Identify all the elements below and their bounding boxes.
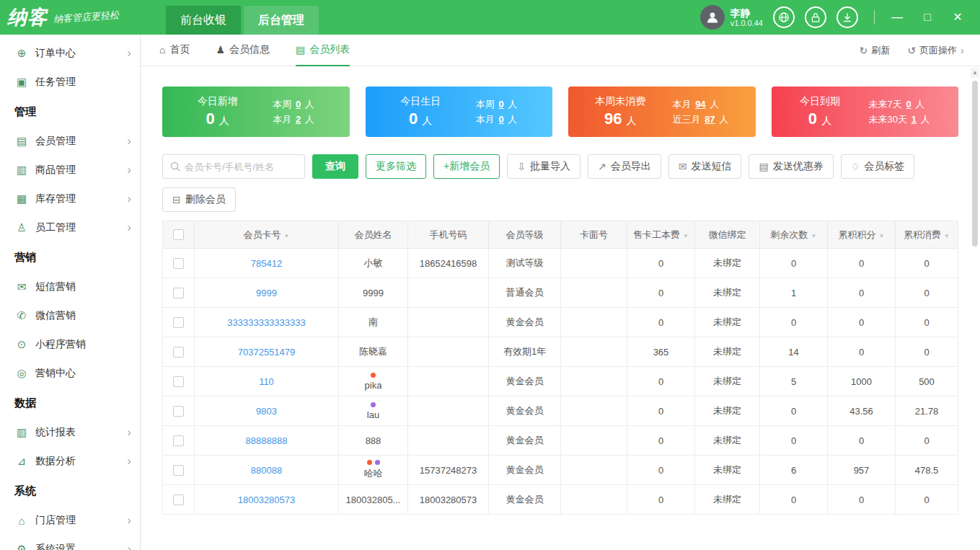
sidebar-item[interactable]: ⊙小程序营销 bbox=[0, 330, 140, 359]
batch-import-button[interactable]: ⇩批量导入 bbox=[507, 154, 581, 179]
cell-card_face bbox=[561, 456, 627, 485]
stat-card-subvalue[interactable]: 2 bbox=[296, 114, 301, 125]
row-checkbox[interactable] bbox=[173, 347, 184, 358]
member-card-link[interactable]: 88888888 bbox=[246, 435, 288, 446]
stat-card-subvalue[interactable]: 0 bbox=[296, 99, 301, 110]
delete-member-button[interactable]: ⊟ 删除会员 bbox=[162, 187, 236, 212]
tag-dot-icon bbox=[371, 402, 376, 407]
sidebar-item[interactable]: ✆微信营销 bbox=[0, 301, 140, 330]
sidebar-item[interactable]: ◎营销中心 bbox=[0, 359, 140, 388]
column-header[interactable]: 累积积分▼ bbox=[828, 221, 896, 249]
sidebar-item[interactable]: ♙员工管理› bbox=[0, 213, 140, 242]
column-header[interactable]: 会员等级 bbox=[489, 221, 561, 249]
member-card-link[interactable]: 880088 bbox=[251, 465, 282, 476]
add-member-button[interactable]: +新增会员 bbox=[433, 154, 500, 179]
filter-icon[interactable]: ▼ bbox=[284, 233, 290, 239]
column-header[interactable]: 手机号码 bbox=[408, 221, 489, 249]
member-tag-button[interactable]: ♢会员标签 bbox=[841, 154, 915, 179]
sidebar-item[interactable]: ▣任务管理 bbox=[0, 68, 140, 97]
user-icon bbox=[705, 10, 720, 25]
send-sms-button[interactable]: ✉发送短信 bbox=[668, 154, 742, 179]
network-button[interactable] bbox=[773, 6, 795, 28]
stat-card-subrow: 本月 94 人 bbox=[673, 97, 729, 112]
row-checkbox[interactable] bbox=[173, 317, 184, 328]
more-filter-button[interactable]: 更多筛选 bbox=[366, 154, 426, 179]
member-card-link[interactable]: 785412 bbox=[251, 258, 282, 269]
filter-icon[interactable]: ▼ bbox=[879, 233, 885, 239]
sidebar-item[interactable]: ⊕订单中心› bbox=[0, 39, 140, 68]
row-checkbox[interactable] bbox=[173, 465, 184, 476]
download-button[interactable] bbox=[836, 6, 858, 28]
stat-card-subvalue[interactable]: 0 bbox=[906, 99, 911, 110]
tab-member-list[interactable]: ▤ 会员列表 bbox=[296, 35, 350, 66]
member-card-link[interactable]: 18003280573 bbox=[238, 494, 296, 505]
stat-card-value: 0 bbox=[206, 110, 214, 128]
sidebar-item-label: 小程序营销 bbox=[35, 338, 86, 351]
sidebar-item[interactable]: ⌂门店管理› bbox=[0, 506, 140, 535]
member-card-cell: 785412 bbox=[195, 249, 339, 278]
row-checkbox[interactable] bbox=[173, 376, 184, 387]
filter-icon[interactable]: ▼ bbox=[683, 233, 689, 239]
vertical-scrollbar[interactable]: ▲ bbox=[971, 68, 979, 549]
page-ops-button[interactable]: ↺ 页面操作 › bbox=[907, 44, 964, 57]
nav-tab-backend[interactable]: 后台管理 bbox=[244, 6, 319, 35]
column-header[interactable]: 微信绑定 bbox=[695, 221, 760, 249]
row-checkbox[interactable] bbox=[173, 258, 184, 269]
cell-card_face bbox=[561, 337, 627, 367]
sidebar-item[interactable]: ⚙系统设置› bbox=[0, 535, 140, 550]
row-checkbox-cell bbox=[163, 367, 195, 396]
column-header[interactable]: 会员卡号▼ bbox=[195, 221, 339, 249]
column-header[interactable]: 售卡工本费▼ bbox=[627, 221, 695, 249]
row-checkbox[interactable] bbox=[173, 494, 184, 505]
user-name: 李静 bbox=[730, 7, 763, 19]
stat-card-subvalue[interactable]: 1 bbox=[911, 114, 917, 125]
member-card-link[interactable]: 110 bbox=[259, 376, 274, 387]
maximize-button[interactable]: □ bbox=[912, 0, 943, 35]
member-table: 会员卡号▼会员姓名手机号码会员等级卡面号售卡工本费▼微信绑定剩余次数▼累积积分▼… bbox=[162, 221, 958, 515]
toolbar: 查询 更多筛选 +新增会员 ⇩批量导入↗会员导出✉发送短信▤发送优惠券♢会员标签 bbox=[162, 154, 958, 179]
sidebar-item[interactable]: ▦库存管理› bbox=[0, 185, 140, 213]
stat-card-subvalue[interactable]: 0 bbox=[498, 99, 503, 110]
refresh-button[interactable]: ↻ 刷新 bbox=[860, 44, 891, 57]
select-all-checkbox[interactable] bbox=[173, 229, 184, 240]
minimize-button[interactable]: — bbox=[882, 0, 912, 35]
cell-spent: 0 bbox=[896, 426, 958, 456]
brand-logo: 纳客 bbox=[7, 4, 48, 30]
close-button[interactable]: ✕ bbox=[943, 0, 973, 35]
sidebar-item-label: 短信营销 bbox=[35, 280, 76, 293]
member-card-link[interactable]: 70372551479 bbox=[238, 347, 296, 358]
member-card-link[interactable]: 9803 bbox=[256, 406, 277, 417]
member-export-button[interactable]: ↗会员导出 bbox=[588, 154, 661, 179]
stat-card-subvalue[interactable]: 0 bbox=[498, 114, 503, 125]
stat-card-subvalue[interactable]: 94 bbox=[695, 99, 705, 110]
stat-card-main: 今日新增0 人 bbox=[198, 95, 238, 128]
filter-icon[interactable]: ▼ bbox=[944, 233, 950, 239]
member-card-link[interactable]: 9999 bbox=[256, 288, 277, 298]
lock-button[interactable] bbox=[805, 6, 826, 28]
row-checkbox[interactable] bbox=[173, 435, 184, 446]
row-checkbox[interactable] bbox=[173, 288, 184, 298]
search-input[interactable] bbox=[185, 161, 297, 172]
row-checkbox[interactable] bbox=[173, 406, 184, 417]
sidebar-item[interactable]: ⊿数据分析› bbox=[0, 447, 140, 476]
member-card-link[interactable]: 333333333333333 bbox=[227, 317, 305, 328]
column-header[interactable]: 卡面号 bbox=[561, 221, 627, 249]
sidebar-item[interactable]: ▤会员管理› bbox=[0, 127, 140, 156]
stat-card-subvalue[interactable]: 87 bbox=[705, 114, 715, 125]
member-export-icon: ↗ bbox=[598, 161, 606, 172]
scroll-up-icon[interactable]: ▲ bbox=[971, 68, 979, 78]
sidebar-item[interactable]: ▥商品管理› bbox=[0, 156, 140, 185]
column-header[interactable]: 会员姓名 bbox=[339, 221, 408, 249]
send-coupon-button[interactable]: ▤发送优惠券 bbox=[749, 154, 833, 179]
scrollbar-thumb[interactable] bbox=[972, 81, 978, 247]
avatar[interactable] bbox=[700, 5, 725, 30]
filter-icon[interactable]: ▼ bbox=[811, 233, 817, 239]
column-header[interactable]: 累积消费▼ bbox=[896, 221, 958, 249]
sidebar-item[interactable]: ▥统计报表› bbox=[0, 418, 140, 447]
nav-tab-frontdesk[interactable]: 前台收银 bbox=[166, 6, 241, 35]
column-header[interactable]: 剩余次数▼ bbox=[760, 221, 828, 249]
query-button[interactable]: 查询 bbox=[312, 154, 358, 179]
tab-home[interactable]: ⌂ 首页 bbox=[159, 35, 190, 66]
sidebar-item[interactable]: ✉短信营销 bbox=[0, 272, 140, 301]
tab-member-info[interactable]: ♟ 会员信息 bbox=[216, 35, 270, 66]
